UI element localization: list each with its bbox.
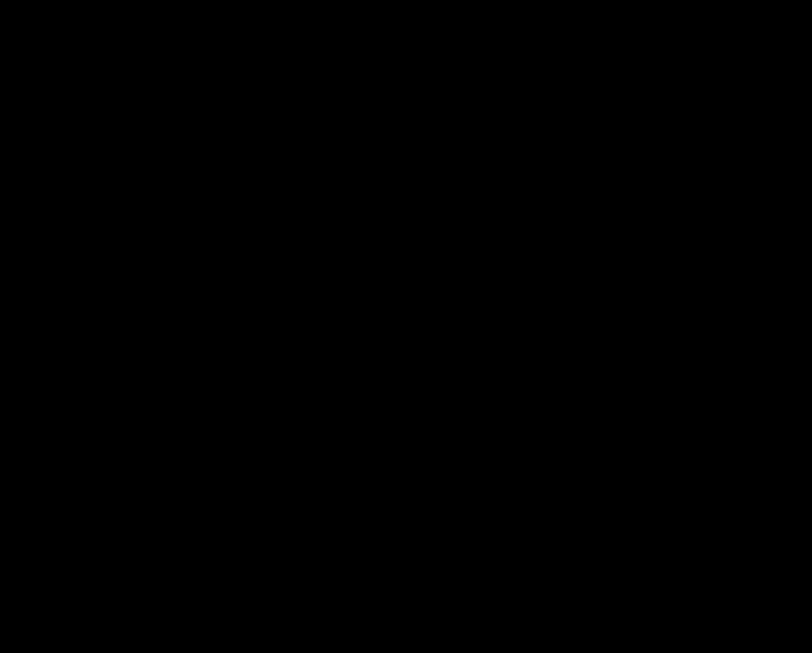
uml-component-diagram <box>0 0 812 653</box>
